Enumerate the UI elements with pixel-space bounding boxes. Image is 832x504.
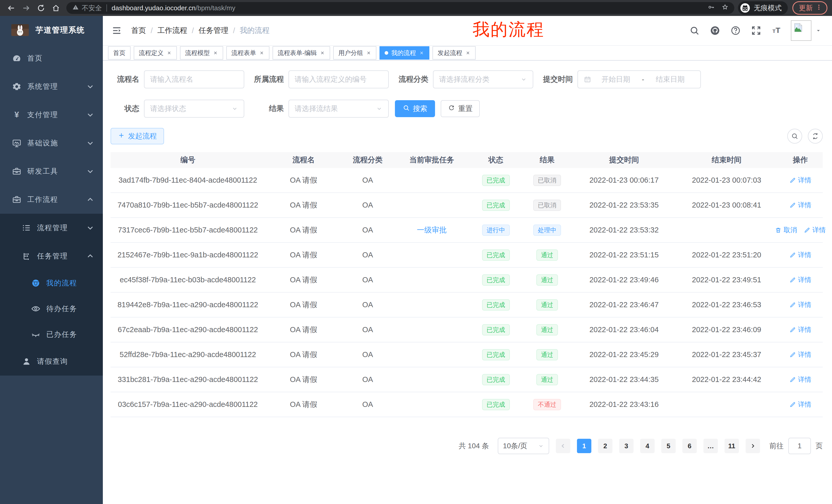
bookmark-star-icon[interactable] [722, 4, 729, 12]
submit-time-range-picker[interactable]: 开始日期 - 结束日期 [577, 71, 701, 88]
status-select[interactable]: 请选择状态 [144, 100, 244, 118]
tab-process-form[interactable]: 流程表单 [226, 46, 269, 60]
result-select[interactable]: 请选择流结果 [288, 100, 389, 118]
breadcrumb-item[interactable]: 首页 [131, 25, 146, 36]
close-icon[interactable] [213, 50, 218, 55]
sidebar-item-payment[interactable]: ¥支付管理 [0, 101, 103, 129]
page-button-…[interactable]: … [703, 439, 718, 453]
search-button[interactable] [689, 25, 700, 36]
app-logo[interactable]: 芋道管理系统 [0, 16, 103, 44]
cell-result: 通过 [521, 374, 573, 385]
help-button[interactable] [730, 25, 741, 36]
current-task-link[interactable]: 一级审批 [417, 226, 447, 234]
detail-action-link[interactable]: 详情 [804, 226, 826, 234]
browser-forward-button[interactable] [20, 2, 32, 15]
cell-result: 处理中 [521, 225, 573, 236]
github-button[interactable] [710, 25, 721, 36]
security-label[interactable]: 不安全 [82, 4, 102, 12]
process-category-select[interactable]: 请选择流程分类 [433, 71, 533, 88]
browser-home-button[interactable] [49, 2, 62, 15]
process-name-input[interactable] [144, 71, 244, 88]
sidebar-item-task-mgmt[interactable]: 任务管理 [0, 242, 103, 270]
page-button-11[interactable]: 11 [725, 439, 739, 453]
sidebar-item-my-process[interactable]: 我的流程 [0, 270, 103, 296]
tab-process-model[interactable]: 流程模型 [180, 46, 223, 60]
tab-process-form-edit[interactable]: 流程表单-编辑 [272, 46, 330, 60]
tab-home[interactable]: 首页 [108, 46, 131, 60]
goto-page-input[interactable] [788, 438, 811, 454]
sidebar-item-todo-task[interactable]: 待办任务 [0, 296, 103, 321]
detail-action-link[interactable]: 详情 [789, 201, 811, 209]
page-button-1[interactable]: 1 [577, 439, 591, 453]
cell-status: 已完成 [470, 324, 521, 335]
close-icon[interactable] [366, 50, 371, 55]
parent-process-input[interactable] [288, 71, 389, 88]
avatar[interactable] [791, 20, 811, 41]
page-button-4[interactable]: 4 [640, 439, 655, 453]
detail-action-link[interactable]: 详情 [789, 300, 811, 309]
search-button[interactable]: 搜索 [395, 100, 435, 117]
breadcrumb-item[interactable]: 工作流程 [157, 25, 187, 36]
page-button-6[interactable]: 6 [682, 439, 697, 453]
browser-menu-icon[interactable] [815, 4, 823, 12]
close-icon[interactable] [259, 50, 264, 55]
cell-end-time: 2022-01-22 23:51:20 [675, 251, 778, 259]
sidebar-item-leave-query[interactable]: 请假查询 [0, 347, 103, 375]
sidebar-toggle-icon[interactable] [111, 25, 122, 36]
sidebar-item-home[interactable]: 首页 [0, 44, 103, 73]
browser-reload-button[interactable] [34, 2, 47, 15]
cell-end-time: 2022-01-22 23:44:42 [675, 375, 778, 384]
browser-back-button[interactable] [5, 2, 18, 15]
tab-my-process[interactable]: 我的流程 [380, 46, 430, 60]
next-page-button[interactable] [746, 439, 760, 453]
cell-category: OA [342, 251, 393, 259]
key-icon[interactable] [707, 4, 715, 12]
detail-action-link[interactable]: 详情 [789, 350, 811, 359]
page-button-3[interactable]: 3 [619, 439, 633, 453]
tab-start-process[interactable]: 发起流程 [433, 46, 476, 60]
reset-button[interactable]: 重置 [441, 100, 480, 117]
sidebar-item-done-task[interactable]: 已办任务 [0, 321, 103, 347]
column-header: 流程分类 [342, 155, 393, 165]
show-search-toggle-button[interactable] [787, 129, 802, 144]
detail-action-link[interactable]: 详情 [789, 400, 811, 409]
edit-icon [789, 177, 796, 184]
cell-category: OA [342, 226, 393, 234]
refresh-table-button[interactable] [808, 129, 823, 144]
breadcrumb-item[interactable]: 任务管理 [199, 25, 228, 36]
fullscreen-button[interactable] [751, 25, 761, 36]
sidebar-item-dev-tools[interactable]: 研发工具 [0, 157, 103, 186]
close-icon[interactable] [465, 50, 470, 55]
avatar-caret-icon[interactable] [815, 27, 822, 34]
detail-action-link[interactable]: 详情 [789, 176, 811, 185]
start-date-placeholder[interactable]: 开始日期 [591, 75, 640, 84]
prev-page-button[interactable] [556, 439, 570, 453]
sidebar-item-infrastructure[interactable]: 基础设施 [0, 129, 103, 157]
sidebar-item-workflow[interactable]: 工作流程 [0, 186, 103, 214]
close-icon[interactable] [166, 50, 172, 55]
browser-update-button[interactable]: 更新 [792, 1, 827, 15]
cell-result: 通过 [521, 274, 573, 286]
column-header: 提交时间 [573, 155, 675, 165]
font-size-button[interactable]: TT [771, 25, 782, 36]
address-bar[interactable]: 不安全 dashboard.yudao.iocoder.cn /bpm/task… [66, 2, 734, 14]
start-process-button[interactable]: 发起流程 [110, 128, 164, 144]
cancel-action-link[interactable]: 取消 [775, 226, 797, 234]
sidebar-item-system[interactable]: 系统管理 [0, 73, 103, 101]
tab-process-definition[interactable]: 流程定义 [134, 46, 177, 60]
result-badge: 通过 [536, 274, 558, 286]
close-icon[interactable] [320, 50, 325, 55]
sidebar-item-process-mgmt[interactable]: 流程管理 [0, 214, 103, 242]
detail-action-link[interactable]: 详情 [789, 325, 811, 334]
detail-action-link[interactable]: 详情 [789, 275, 811, 284]
end-date-placeholder[interactable]: 结束日期 [646, 75, 695, 84]
detail-action-link[interactable]: 详情 [789, 250, 811, 259]
edit-icon [789, 202, 796, 208]
close-icon[interactable] [419, 50, 424, 55]
detail-action-link[interactable]: 详情 [789, 375, 811, 384]
page-button-5[interactable]: 5 [661, 439, 676, 453]
page-button-2[interactable]: 2 [598, 439, 613, 453]
table-row: 2152467e-7b9b-11ec-9a1b-acde48001122OA 请… [110, 243, 823, 268]
tab-user-group[interactable]: 用户分组 [333, 46, 376, 60]
page-size-select[interactable]: 10条/页 [498, 438, 549, 454]
